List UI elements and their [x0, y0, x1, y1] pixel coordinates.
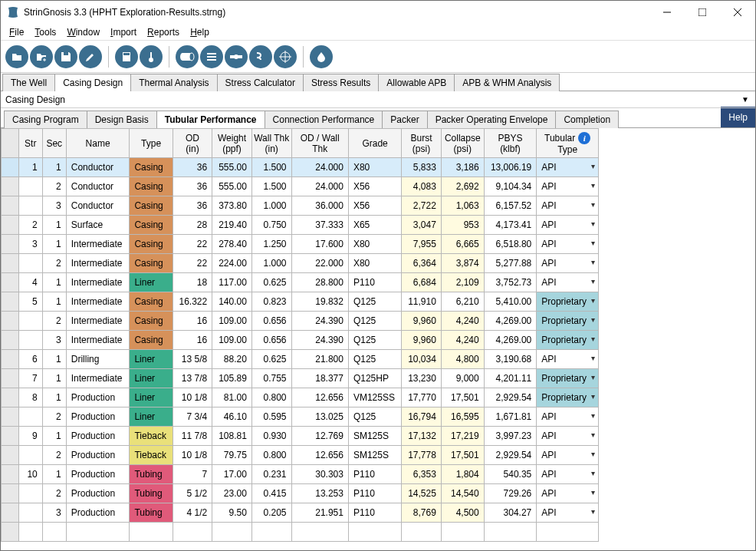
cell[interactable]: 0.415 [251, 484, 291, 503]
cell[interactable]: API [537, 427, 599, 446]
cell[interactable]: 17,770 [402, 388, 442, 407]
cell[interactable]: 88.20 [212, 350, 252, 369]
cell[interactable]: 4,269.00 [484, 331, 537, 350]
col-header[interactable]: Name [66, 129, 130, 158]
cell[interactable]: 2,929.54 [484, 446, 537, 465]
cell[interactable] [18, 484, 42, 503]
cell[interactable]: Casing [130, 312, 173, 331]
table-row[interactable]: 3ProductionTubing4 1/29.500.20521.951P11… [2, 503, 599, 523]
cell[interactable]: 81.00 [212, 388, 252, 407]
cell[interactable]: 0.750 [251, 216, 291, 235]
cell[interactable]: 10,034 [402, 350, 442, 369]
cell[interactable]: 2 [42, 446, 66, 465]
cell[interactable]: Production [66, 427, 130, 446]
cell[interactable]: 2 [42, 407, 66, 427]
edit-icon[interactable] [79, 45, 102, 68]
cell[interactable]: 4,500 [441, 503, 484, 523]
table-row[interactable]: 51IntermediateCasing16.322140.000.82319.… [2, 292, 599, 312]
cell[interactable]: 14,525 [402, 484, 442, 503]
cell[interactable]: 6,353 [402, 465, 442, 484]
cell[interactable]: X80 [348, 158, 401, 177]
menu-file[interactable]: File [5, 25, 28, 39]
table-row[interactable]: 101ProductionTubing717.000.23130.303P110… [2, 465, 599, 484]
row-header[interactable] [2, 388, 19, 407]
cell[interactable]: 12.656 [291, 388, 348, 407]
cell[interactable]: Tubing [130, 465, 173, 484]
cell[interactable]: Casing [130, 216, 173, 235]
table-row[interactable]: 2ProductionLiner7 3/446.100.59513.025Q12… [2, 407, 599, 427]
cell[interactable]: 22 [173, 235, 212, 254]
cell[interactable]: 36.000 [291, 196, 348, 216]
cell[interactable]: 3 [42, 331, 66, 350]
save-icon[interactable] [54, 45, 77, 68]
cell[interactable]: 14,540 [441, 484, 484, 503]
cell[interactable]: API [537, 465, 599, 484]
cell[interactable]: 13,230 [402, 369, 442, 388]
cell[interactable]: 24.000 [291, 158, 348, 177]
row-header[interactable] [2, 273, 19, 292]
cell[interactable]: 13.253 [291, 484, 348, 503]
cell[interactable]: 13 5/8 [173, 350, 212, 369]
cell[interactable]: 9 [18, 427, 42, 446]
subtab-packer-operating-envelope[interactable]: Packer Operating Envelope [427, 111, 557, 128]
table-row[interactable]: 91ProductionTieback11 7/8108.810.93012.7… [2, 427, 599, 446]
cell[interactable]: 373.80 [212, 196, 252, 216]
cell[interactable]: 0.595 [251, 407, 291, 427]
cell[interactable] [18, 503, 42, 523]
tab-casing-design[interactable]: Casing Design [54, 74, 131, 91]
cell[interactable]: 36 [173, 177, 212, 196]
cell[interactable]: 0.625 [251, 273, 291, 292]
cell[interactable]: 79.75 [212, 446, 252, 465]
cell[interactable]: 3,997.23 [484, 427, 537, 446]
cell[interactable]: 3 [18, 235, 42, 254]
cell[interactable]: 117.00 [212, 273, 252, 292]
cell[interactable]: 140.00 [212, 292, 252, 312]
menu-reports[interactable]: Reports [143, 25, 184, 39]
cell[interactable]: 6 [18, 350, 42, 369]
cell[interactable]: 9,960 [402, 331, 442, 350]
cell[interactable]: 12.656 [291, 446, 348, 465]
cell[interactable]: 1.500 [251, 158, 291, 177]
cell[interactable]: 1,671.81 [484, 407, 537, 427]
cell[interactable]: 2,692 [441, 177, 484, 196]
cell[interactable]: 30.303 [291, 465, 348, 484]
cell[interactable]: Casing [130, 158, 173, 177]
cell[interactable]: Q125 [348, 350, 401, 369]
col-header[interactable]: Grade [348, 129, 401, 158]
cell[interactable]: Production [66, 446, 130, 465]
cell[interactable]: Intermediate [66, 254, 130, 273]
table-row[interactable]: 31IntermediateCasing22278.401.25017.600X… [2, 235, 599, 254]
cell[interactable]: Intermediate [66, 235, 130, 254]
cell[interactable]: 108.81 [212, 427, 252, 446]
cell[interactable]: 5 1/2 [173, 484, 212, 503]
crosshair-icon[interactable] [274, 45, 297, 68]
cell[interactable]: Production [66, 388, 130, 407]
cell[interactable]: 1 [42, 273, 66, 292]
cell[interactable]: API [537, 446, 599, 465]
cell[interactable]: 105.89 [212, 369, 252, 388]
table-row[interactable]: 2ProductionTieback10 1/879.750.80012.656… [2, 446, 599, 465]
cell[interactable]: 8 [18, 388, 42, 407]
cell[interactable]: 36 [173, 158, 212, 177]
cell[interactable]: Liner [130, 273, 173, 292]
cell[interactable]: 5,833 [402, 158, 442, 177]
col-header[interactable]: Weight(ppf) [212, 129, 252, 158]
cell[interactable]: 17,132 [402, 427, 442, 446]
cell[interactable]: Intermediate [66, 369, 130, 388]
data-grid[interactable]: StrSecNameTypeOD(in)Weight(ppf)Wall Thk(… [1, 128, 755, 550]
cell[interactable]: API [537, 216, 599, 235]
cell[interactable] [18, 312, 42, 331]
cell[interactable]: 10 1/8 [173, 446, 212, 465]
table-row[interactable]: 2IntermediateCasing16109.000.65624.390Q1… [2, 312, 599, 331]
cell[interactable]: 17,778 [402, 446, 442, 465]
cell[interactable]: 16,595 [441, 407, 484, 427]
cell[interactable]: 5,277.88 [484, 254, 537, 273]
thermometer-icon[interactable] [140, 45, 163, 68]
col-header[interactable]: Wall Thk(in) [251, 129, 291, 158]
cell[interactable]: Casing [130, 331, 173, 350]
cell[interactable]: 1 [42, 235, 66, 254]
cell[interactable]: Intermediate [66, 331, 130, 350]
cell[interactable]: 24.390 [291, 331, 348, 350]
cell[interactable]: 1.000 [251, 254, 291, 273]
cell[interactable]: Intermediate [66, 273, 130, 292]
